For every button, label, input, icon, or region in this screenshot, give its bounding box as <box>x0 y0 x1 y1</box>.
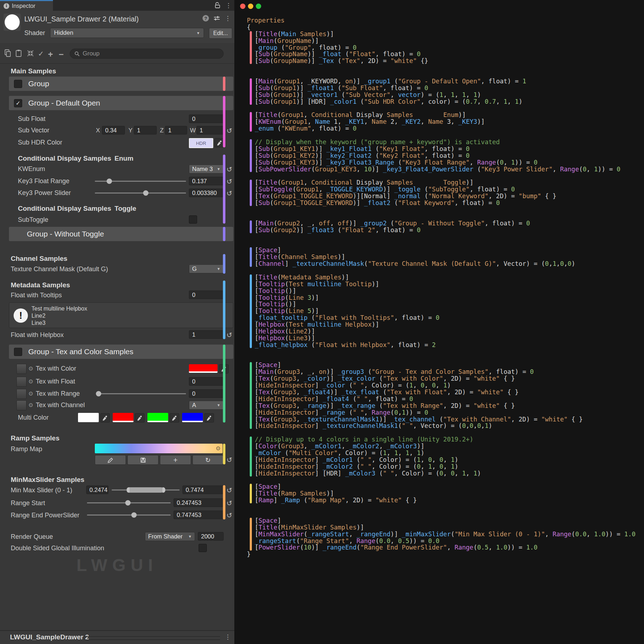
helpbox-line: Test multiline Helpbox <box>31 305 87 312</box>
sub-vector-x-field[interactable]: 0.34 <box>102 126 125 135</box>
eyedropper-icon[interactable] <box>135 413 145 423</box>
range-start-slider[interactable] <box>87 498 171 507</box>
group-default-open-header[interactable]: ✓ Group - Default Open <box>9 96 233 110</box>
sub-vector-y-field[interactable]: 1 <box>134 126 157 135</box>
texture-slot[interactable] <box>16 400 26 410</box>
copy-icon[interactable] <box>4 49 11 57</box>
help-icon[interactable]: ? <box>203 15 209 21</box>
window-zoom-icon[interactable] <box>256 4 261 9</box>
render-queue-dropdown[interactable]: From Shader▼ <box>145 532 195 541</box>
object-picker-icon[interactable]: ⊙ <box>29 365 33 372</box>
group-tex-color-header[interactable]: Group - Tex and Color Samples <box>9 345 233 359</box>
material-menu-icon[interactable]: ⋮ <box>225 15 231 21</box>
texture-channel-mask-dropdown[interactable]: G▼ <box>189 264 224 273</box>
minmax-max-field[interactable]: 0.7474 <box>182 486 224 494</box>
eyedropper-icon[interactable] <box>170 413 179 423</box>
tex-with-range-slider[interactable] <box>97 389 186 398</box>
float-helpbox-field[interactable]: 1 <box>189 330 224 339</box>
texture-slot[interactable] <box>16 389 26 399</box>
key3-power-field[interactable]: 0.003380 <box>189 189 224 197</box>
search-input[interactable]: Group <box>70 49 224 59</box>
tex-with-float-field[interactable]: 0 <box>189 377 224 386</box>
range-end-field[interactable]: 0.747453 <box>174 511 224 519</box>
group-header[interactable]: Group <box>9 77 233 91</box>
window-close-icon[interactable] <box>240 4 245 9</box>
texture-slot[interactable] <box>16 364 26 374</box>
group-checkbox[interactable] <box>14 80 22 88</box>
hdr-color-swatch[interactable]: HDR <box>189 138 213 148</box>
float-tooltips-field[interactable]: 0 <box>189 291 224 299</box>
material-footer[interactable]: LWGUI_SampleDrawer 2 ⋮ <box>0 630 234 644</box>
revert-icon[interactable]: ↺ <box>225 127 234 135</box>
range-start-field[interactable]: 0.247453 <box>174 498 224 507</box>
group-default-open-checkbox[interactable]: ✓ <box>14 99 22 107</box>
ramp-gradient[interactable]: ⊙ <box>95 444 223 453</box>
ramp-save-button[interactable] <box>127 455 158 465</box>
multi-color-swatch-4[interactable] <box>182 413 203 422</box>
revert-icon[interactable]: ↺ <box>225 189 234 197</box>
revert-icon[interactable]: ↺ <box>225 456 234 464</box>
drag-handle[interactable] <box>84 636 220 640</box>
shader-dropdown[interactable]: Hidden ▼ <box>50 28 204 38</box>
paste-icon[interactable] <box>15 49 22 57</box>
code-editor-panel: Properties{[Title(Main Samples)][Main(Gr… <box>234 0 644 644</box>
group-tex-color-label: Group - Tex and Color Samples <box>28 347 133 356</box>
range-end-label: Range End PowerSlider <box>11 512 79 519</box>
revert-icon[interactable]: ↺ <box>225 331 234 339</box>
float-helpbox-label: Float with Helpbox <box>11 331 64 339</box>
group-tex-color-checkbox[interactable] <box>14 348 22 356</box>
revert-icon[interactable]: ↺ <box>225 177 234 186</box>
texture-slot[interactable] <box>16 377 26 387</box>
window-minimize-icon[interactable] <box>248 4 253 9</box>
material-preview[interactable] <box>4 14 21 31</box>
tex-with-color-label: Tex with Color <box>36 365 76 372</box>
edit-shader-button[interactable]: Edit... <box>209 28 232 39</box>
multi-color-swatch-1[interactable] <box>78 413 99 422</box>
revert-icon[interactable]: ↺ <box>225 511 234 519</box>
multi-color-swatch-3[interactable] <box>147 413 168 422</box>
subtoggle-checkbox[interactable] <box>189 215 197 224</box>
key3-power-slider[interactable] <box>95 189 186 197</box>
ramp-edit-button[interactable] <box>95 455 126 465</box>
shader-value: Hidden <box>54 29 73 36</box>
sub-vector-z-field[interactable]: 1 <box>165 126 187 135</box>
tex-with-float-label: Tex with Float <box>36 378 75 385</box>
revert-icon[interactable]: ↺ <box>225 486 234 494</box>
eyedropper-icon[interactable] <box>204 413 214 423</box>
eyedropper-icon[interactable] <box>100 413 110 423</box>
tab-menu-icon[interactable]: ⋮ <box>225 3 231 9</box>
tex-with-channel-dropdown[interactable]: A▼ <box>189 401 224 410</box>
range-end-slider[interactable] <box>87 511 171 519</box>
group-without-toggle-header[interactable]: Group - Without Toggle <box>9 227 233 241</box>
object-picker-icon[interactable]: ⊙ <box>216 445 220 452</box>
ramp-add-button[interactable]: + <box>160 455 191 465</box>
remove-icon[interactable]: − <box>59 49 64 59</box>
object-picker-icon[interactable]: ⊙ <box>29 402 33 408</box>
checkout-icon[interactable]: ✓ <box>38 49 44 58</box>
add-icon[interactable]: + <box>48 49 53 59</box>
tex-with-range-field[interactable]: 0 <box>189 389 224 398</box>
key3-range-slider[interactable] <box>95 177 186 185</box>
revert-icon[interactable]: ↺ <box>225 499 234 507</box>
render-queue-field[interactable]: 2000 <box>198 532 224 541</box>
minmax-min-field[interactable]: 0.2474 <box>86 486 108 494</box>
kwenum-dropdown[interactable]: Name 3▼ <box>189 165 224 174</box>
tab-inspector[interactable]: i Inspector <box>0 0 53 11</box>
tex-color-swatch[interactable] <box>189 364 218 373</box>
minmax-slider[interactable] <box>112 486 180 494</box>
unlock-icon[interactable] <box>215 2 220 9</box>
object-picker-icon[interactable]: ⊙ <box>29 390 33 397</box>
revert-icon[interactable]: ↺ <box>225 165 234 174</box>
key3-range-field[interactable]: 0.137 <box>189 177 224 185</box>
dsgi-checkbox[interactable] <box>199 544 207 552</box>
ramp-refresh-button[interactable]: ↻ <box>192 455 223 465</box>
material-sphere-icon <box>5 14 20 30</box>
dsgi-label: Double Sided Global Illumination <box>11 545 104 552</box>
presets-icon[interactable] <box>214 15 220 21</box>
multi-color-swatch-2[interactable] <box>113 413 133 422</box>
object-picker-icon[interactable]: ⊙ <box>29 378 33 385</box>
collapse-icon[interactable] <box>26 49 34 57</box>
sub-vector-w-field[interactable]: 1 <box>196 126 224 135</box>
footer-menu-icon[interactable]: ⋮ <box>225 634 231 640</box>
sub-float-field[interactable]: 0 <box>189 114 224 123</box>
